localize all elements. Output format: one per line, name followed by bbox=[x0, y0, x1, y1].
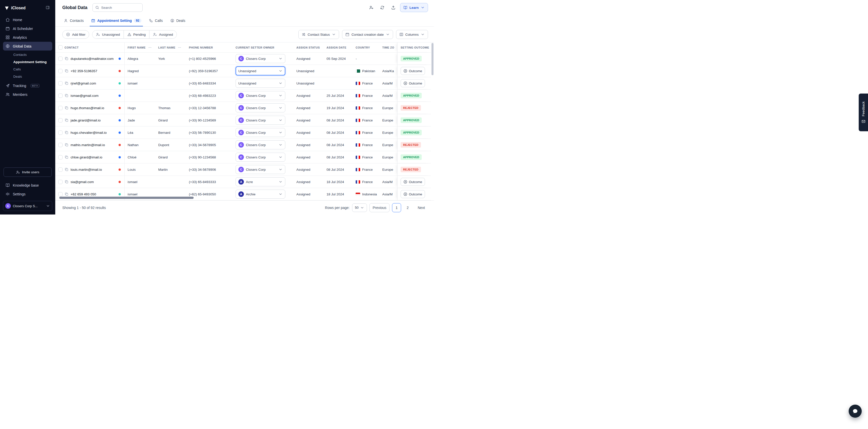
horizontal-scrollbar-thumb[interactable] bbox=[59, 197, 194, 199]
row-checkbox[interactable] bbox=[58, 192, 63, 196]
contact-link[interactable]: sia@gmail.com bbox=[70, 180, 94, 184]
contact-link[interactable]: hugo.thomas@imail.io bbox=[70, 106, 104, 110]
contact-link[interactable]: louis.martin@imail.io bbox=[70, 168, 102, 172]
contact-link[interactable]: chloe.girard@imail.io bbox=[70, 155, 102, 159]
row-checkbox[interactable] bbox=[58, 155, 63, 160]
tab-calls[interactable]: Calls bbox=[148, 15, 164, 26]
outcome-button[interactable]: Outcome bbox=[401, 79, 425, 87]
sidebar-subitem-calls[interactable]: Calls bbox=[3, 66, 52, 73]
next-page-button[interactable]: Next bbox=[415, 203, 428, 212]
contact-status-dropdown[interactable]: Contact Status bbox=[299, 30, 339, 39]
owner-avatar: C bbox=[238, 167, 244, 172]
setter-owner-select[interactable]: CClosers Corp bbox=[236, 91, 285, 100]
setter-owner-select[interactable]: Unassigned bbox=[236, 66, 285, 76]
owner-cell: Unassigned bbox=[232, 77, 293, 89]
row-checkbox[interactable] bbox=[58, 69, 63, 73]
add-user-button[interactable] bbox=[367, 3, 375, 12]
contact-cell: hugo.thomas@imail.io bbox=[55, 102, 125, 114]
setter-owner-select[interactable]: CClosers Corp bbox=[236, 116, 285, 125]
search-input[interactable] bbox=[101, 6, 140, 9]
sidebar-item-settings[interactable]: Settings bbox=[3, 190, 52, 198]
contact-link[interactable]: duputaneko@mailinator.com bbox=[70, 57, 114, 61]
contact-creation-date-dropdown[interactable]: Contact creation date bbox=[342, 30, 393, 39]
contact-link[interactable]: mathis.martin@imail.io bbox=[70, 143, 105, 147]
country-cell: Indonesia bbox=[352, 188, 379, 200]
sidebar-item-home[interactable]: Home bbox=[3, 15, 52, 24]
assign-status-cell: Assigned bbox=[293, 53, 323, 65]
invite-users-button[interactable]: Invite users bbox=[3, 168, 52, 177]
contact-link[interactable]: ismae@gmail.com bbox=[70, 94, 98, 97]
sidebar-subitem-appointment-setting[interactable]: Appointment Setting bbox=[3, 58, 52, 66]
row-checkbox[interactable] bbox=[58, 93, 63, 98]
sidebar-item-ai-scheduler[interactable]: AI Scheduler bbox=[3, 24, 52, 33]
logo-icon bbox=[4, 6, 9, 10]
row-checkbox[interactable] bbox=[58, 118, 63, 122]
contact-link[interactable]: hugo.chevalier@imail.io bbox=[70, 131, 107, 135]
tab-contacts[interactable]: Contacts bbox=[62, 15, 85, 26]
setter-owner-select[interactable]: CClosers Corp bbox=[236, 54, 285, 63]
setter-owner-select[interactable]: Unassigned bbox=[236, 79, 285, 88]
row-checkbox[interactable] bbox=[58, 168, 63, 172]
tab-deals[interactable]: Deals bbox=[169, 15, 187, 26]
column-menu-icon[interactable] bbox=[178, 46, 181, 49]
table-row: +92 359-5196357Hagred(+92) 359-5196357Un… bbox=[55, 65, 434, 77]
filter-pending-button[interactable]: Pending bbox=[124, 30, 149, 38]
contact-link[interactable]: rjnef@gmail.com bbox=[70, 82, 96, 85]
setter-owner-select[interactable]: CClosers Corp bbox=[236, 153, 285, 162]
outcome-button-label: Outcome bbox=[409, 180, 422, 184]
contact-link[interactable]: +62 659 493 050 bbox=[70, 192, 96, 196]
setter-owner-select[interactable]: CClosers Corp bbox=[236, 128, 285, 137]
sidebar-item-knowledge-base[interactable]: Knowledge base bbox=[3, 181, 52, 190]
setter-owner-select[interactable]: CClosers Corp bbox=[236, 140, 285, 149]
row-checkbox[interactable] bbox=[58, 106, 63, 110]
page-button-2[interactable]: 2 bbox=[403, 203, 412, 212]
row-checkbox[interactable] bbox=[58, 143, 63, 147]
sidebar-item-tracking[interactable]: TrackingBETA bbox=[3, 81, 52, 90]
row-checkbox[interactable] bbox=[58, 57, 63, 61]
select-all-checkbox[interactable] bbox=[58, 45, 63, 50]
filter-unassigned-button[interactable]: Unassigned bbox=[92, 30, 123, 38]
column-menu-icon[interactable] bbox=[148, 46, 152, 49]
outcome-button[interactable]: Outcome bbox=[401, 178, 425, 186]
page-button-1[interactable]: 1 bbox=[392, 203, 401, 212]
contact-link[interactable]: +92 359-5196357 bbox=[70, 69, 97, 73]
filter-assigned-button[interactable]: Assigned bbox=[149, 30, 177, 38]
row-checkbox[interactable] bbox=[58, 81, 63, 86]
add-filter-button[interactable]: Add filter bbox=[62, 30, 89, 39]
export-button[interactable] bbox=[389, 3, 398, 12]
tab-appointment-setting[interactable]: Appointment Setting92 bbox=[90, 15, 143, 26]
search-icon bbox=[95, 5, 99, 9]
setter-owner-select[interactable]: CClosers Corp bbox=[236, 165, 285, 174]
sidebar-item-members[interactable]: Members bbox=[3, 90, 52, 99]
vertical-scrollbar-thumb[interactable] bbox=[432, 43, 434, 75]
sidebar-item-analytics[interactable]: Analytics bbox=[3, 33, 52, 42]
phone-cell: (+33) 68-4983223 bbox=[186, 89, 232, 102]
chevron-icon bbox=[279, 131, 283, 135]
contact-link[interactable]: jade.girard@imail.io bbox=[70, 118, 101, 122]
setting-outcome-cell: APPROVED bbox=[397, 89, 431, 102]
columns-dropdown[interactable]: Columns bbox=[396, 30, 428, 39]
chevron-icon bbox=[279, 93, 283, 97]
workspace-switcher[interactable]: C Closers Corp S... bbox=[3, 201, 52, 211]
outcome-button[interactable]: Outcome bbox=[401, 190, 425, 198]
previous-page-button[interactable]: Previous bbox=[369, 203, 390, 212]
sidebar-item-global-data[interactable]: Global Data bbox=[3, 42, 52, 51]
contact-cell: duputaneko@mailinator.com bbox=[55, 53, 125, 65]
learn-button[interactable]: Learn bbox=[400, 3, 428, 12]
refresh-button[interactable] bbox=[378, 3, 386, 12]
setter-owner-select[interactable]: CClosers Corp bbox=[236, 103, 285, 112]
sidebar-subitem-contacts[interactable]: Contacts bbox=[3, 51, 52, 58]
sidebar-subitem-deals[interactable]: Deals bbox=[3, 73, 52, 80]
sidebar-spacer bbox=[3, 99, 52, 168]
setter-owner-select[interactable]: AAcre bbox=[236, 177, 285, 186]
tab-label: Calls bbox=[155, 19, 163, 23]
row-checkbox[interactable] bbox=[58, 180, 63, 184]
setter-owner-select[interactable]: AArchie bbox=[236, 190, 285, 199]
assign-status-cell: Assigned bbox=[293, 126, 323, 139]
assign-date-cell bbox=[323, 77, 352, 89]
outcome-button[interactable]: Outcome bbox=[401, 67, 425, 75]
rows-per-page-select[interactable]: 50 bbox=[352, 203, 367, 212]
sidebar-collapse-button[interactable] bbox=[45, 4, 51, 11]
row-checkbox[interactable] bbox=[58, 131, 63, 135]
search-box[interactable] bbox=[92, 3, 143, 12]
